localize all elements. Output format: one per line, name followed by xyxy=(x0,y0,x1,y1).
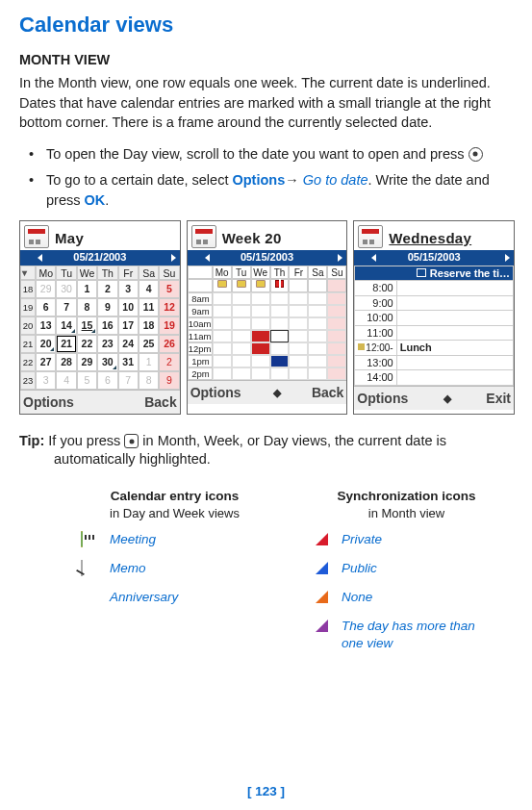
bullet1-text: To open the Day view, scroll to the date… xyxy=(46,146,469,162)
t1300: 13:00 xyxy=(355,355,396,370)
signal-icon: ▾ xyxy=(22,266,27,279)
month-screen: May ▾ 05/21/2003 Mo Tu We Th Fr Sa Su 18… xyxy=(19,220,181,415)
bullet2-a: To go to a certain date, select xyxy=(46,172,232,188)
tip-label: Tip: xyxy=(19,433,44,448)
prev-icon xyxy=(205,254,210,262)
week-datebar: 05/15/2003 xyxy=(188,250,347,266)
cell: 15 xyxy=(77,316,97,335)
event-red xyxy=(251,342,270,355)
calendar-icon xyxy=(24,225,49,248)
cell: 23 xyxy=(97,335,117,353)
entry-icons-column: Calendar entry icons in Day and Week vie… xyxy=(81,488,268,663)
hr9: 9am xyxy=(188,305,213,317)
w-mo: Mo xyxy=(213,266,232,279)
bullet2-g: . xyxy=(105,192,109,208)
meeting-label: Meeting xyxy=(110,531,156,548)
hr10: 10am xyxy=(188,317,213,330)
nav-icon: ◆ xyxy=(273,386,280,400)
cell: 25 xyxy=(139,335,159,353)
day-mo: Mo xyxy=(36,266,56,280)
cell: 29 xyxy=(36,280,56,298)
day-we: We xyxy=(77,266,97,280)
cell: 28 xyxy=(56,353,76,371)
public-row: Public xyxy=(313,560,500,577)
cell: 8 xyxy=(139,371,159,390)
next-icon xyxy=(171,254,176,262)
day-list: Reserve the ti… 8:00 9:00 10:00 11:00 12… xyxy=(354,266,514,386)
wk22: 22 xyxy=(20,353,36,371)
t1400: 14:00 xyxy=(355,370,396,386)
screenshots-row: May ▾ 05/21/2003 Mo Tu We Th Fr Sa Su 18… xyxy=(19,220,515,415)
cell: 27 xyxy=(36,353,56,371)
meeting-icon xyxy=(358,343,365,350)
month-grid: Mo Tu We Th Fr Sa Su 18 29 30 1 2 3 4 5 … xyxy=(20,266,180,390)
private-icon xyxy=(316,533,328,545)
cell: 14 xyxy=(56,316,76,335)
softkey-back[interactable]: Back xyxy=(144,393,176,411)
month-view-heading: MONTH VIEW xyxy=(19,51,515,69)
softkey-options[interactable]: Options xyxy=(190,384,241,401)
private-label: Private xyxy=(342,531,382,548)
intro-paragraph: In the Month view, one row equals one we… xyxy=(19,73,515,133)
entry-icons-title: Calendar entry icons xyxy=(81,488,268,505)
wk18: 18 xyxy=(20,280,36,298)
cell: 11 xyxy=(139,298,159,316)
softkey-options[interactable]: Options xyxy=(23,393,74,411)
week-title: Week 20 xyxy=(222,229,282,248)
cell: 2 xyxy=(159,353,179,371)
hr12: 12pm xyxy=(188,342,213,355)
select-key-icon xyxy=(469,147,483,162)
bullet2-c: → xyxy=(285,172,303,188)
options-label: Options xyxy=(232,172,285,188)
cell: 31 xyxy=(118,353,139,371)
none-row: None xyxy=(313,589,500,606)
icon-legend: Calendar entry icons in Day and Week vie… xyxy=(19,488,515,663)
cell: 4 xyxy=(56,371,76,390)
cell: 6 xyxy=(97,371,117,390)
cell: 5 xyxy=(159,280,179,298)
week-grid: Mo Tu We Th Fr Sa Su 8am 9am 10am 11am 1… xyxy=(188,266,347,380)
ok-label: OK xyxy=(85,192,106,208)
t1100: 11:00 xyxy=(355,325,396,341)
hash-key-icon xyxy=(124,434,139,448)
wk19: 19 xyxy=(20,298,36,316)
cell: 5 xyxy=(77,371,97,390)
week-screen: Week 20 05/15/2003 Mo Tu We Th Fr Sa Su … xyxy=(187,220,348,415)
event-selected xyxy=(270,330,290,342)
day-screen: Wednesday 05/15/2003 Reserve the ti… 8:0… xyxy=(353,220,515,415)
t900: 9:00 xyxy=(355,295,396,311)
prev-icon xyxy=(371,254,376,262)
lunch-entry: Lunch xyxy=(396,341,513,356)
t800: 8:00 xyxy=(355,281,396,296)
w-th: Th xyxy=(270,266,290,279)
wk20: 20 xyxy=(20,316,36,335)
cell: 20 xyxy=(36,335,56,353)
memo-icon xyxy=(237,280,246,288)
next-icon xyxy=(505,254,510,262)
none-icon xyxy=(316,591,328,603)
cell: 4 xyxy=(139,280,159,298)
w-fr: Fr xyxy=(289,266,308,279)
cell: 8 xyxy=(77,298,97,316)
cell: 30 xyxy=(97,353,117,371)
softkey-exit[interactable]: Exit xyxy=(486,390,511,407)
memo-icon xyxy=(217,280,227,288)
memo-row: Memo xyxy=(81,560,268,577)
day-su: Su xyxy=(159,266,179,280)
cell: 30 xyxy=(56,280,76,298)
multi-row: The day has more than one view xyxy=(313,618,500,652)
cell: 29 xyxy=(77,353,97,371)
softkey-back[interactable]: Back xyxy=(312,384,343,401)
multi-icon xyxy=(316,620,328,632)
page-number: [ 123 ] xyxy=(0,783,532,800)
cell: 2 xyxy=(97,280,117,298)
tip-paragraph: Tip: If you press in Month, Week, or Day… xyxy=(19,432,515,468)
cell: 22 xyxy=(77,335,97,353)
week-date: 05/15/2003 xyxy=(241,250,293,265)
softkey-options[interactable]: Options xyxy=(357,390,408,407)
page-heading: Calendar views xyxy=(19,11,515,38)
multi-label: The day has more than one view xyxy=(342,618,500,652)
wk21: 21 xyxy=(20,335,36,353)
cell: 1 xyxy=(77,280,97,298)
month-title: May xyxy=(55,229,84,248)
